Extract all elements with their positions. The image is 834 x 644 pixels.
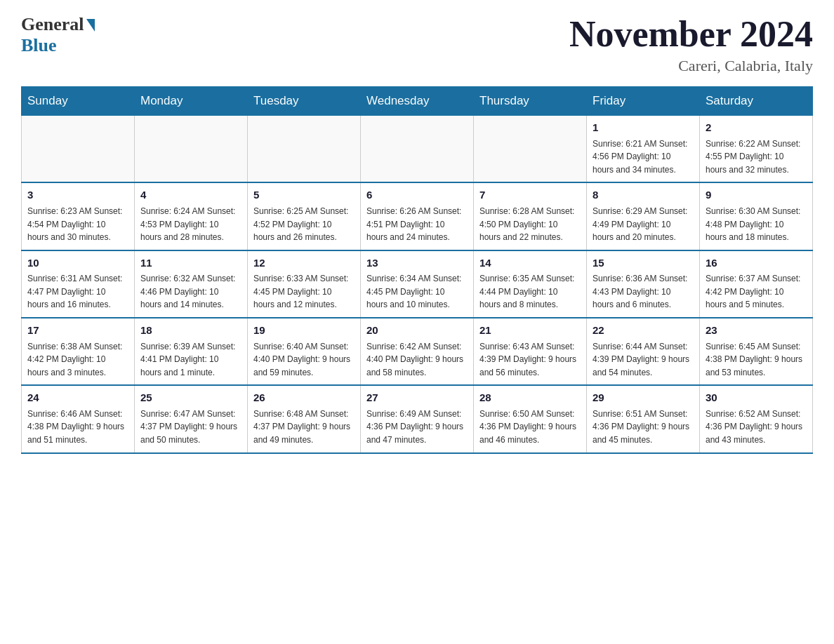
day-number: 5 (253, 187, 355, 203)
day-cell: 2Sunrise: 6:22 AM Sunset: 4:55 PM Daylig… (700, 116, 813, 183)
day-info: Sunrise: 6:48 AM Sunset: 4:37 PM Dayligh… (253, 408, 355, 447)
day-number: 9 (706, 187, 807, 203)
day-info: Sunrise: 6:46 AM Sunset: 4:38 PM Dayligh… (27, 408, 128, 447)
day-cell (248, 116, 361, 183)
day-number: 2 (706, 120, 807, 136)
day-info: Sunrise: 6:26 AM Sunset: 4:51 PM Dayligh… (366, 205, 468, 244)
day-cell: 22Sunrise: 6:44 AM Sunset: 4:39 PM Dayli… (587, 318, 700, 385)
logo-general-text: General (21, 14, 84, 35)
title-section: November 2024 Careri, Calabria, Italy (569, 14, 813, 75)
day-cell: 6Sunrise: 6:26 AM Sunset: 4:51 PM Daylig… (361, 182, 474, 250)
day-number: 25 (140, 390, 241, 406)
day-info: Sunrise: 6:32 AM Sunset: 4:46 PM Dayligh… (140, 272, 241, 311)
header-cell-saturday: Saturday (700, 87, 813, 116)
day-info: Sunrise: 6:52 AM Sunset: 4:36 PM Dayligh… (706, 408, 807, 447)
day-info: Sunrise: 6:38 AM Sunset: 4:42 PM Dayligh… (27, 340, 128, 380)
day-number: 4 (140, 187, 241, 203)
day-number: 7 (479, 187, 581, 203)
day-info: Sunrise: 6:35 AM Sunset: 4:44 PM Dayligh… (479, 272, 581, 311)
day-cell: 15Sunrise: 6:36 AM Sunset: 4:43 PM Dayli… (587, 250, 700, 318)
header-row: SundayMondayTuesdayWednesdayThursdayFrid… (22, 87, 813, 116)
day-number: 11 (140, 255, 241, 271)
day-number: 19 (253, 323, 355, 339)
day-cell: 19Sunrise: 6:40 AM Sunset: 4:40 PM Dayli… (248, 318, 361, 385)
week-row-3: 10Sunrise: 6:31 AM Sunset: 4:47 PM Dayli… (22, 250, 813, 318)
day-info: Sunrise: 6:36 AM Sunset: 4:43 PM Dayligh… (593, 272, 694, 311)
day-info: Sunrise: 6:42 AM Sunset: 4:40 PM Dayligh… (366, 340, 468, 380)
calendar-body: 1Sunrise: 6:21 AM Sunset: 4:56 PM Daylig… (22, 116, 813, 453)
day-cell: 16Sunrise: 6:37 AM Sunset: 4:42 PM Dayli… (700, 250, 813, 318)
logo: General Blue (21, 14, 95, 56)
header-cell-tuesday: Tuesday (248, 87, 361, 116)
day-number: 26 (253, 390, 355, 406)
day-cell: 23Sunrise: 6:45 AM Sunset: 4:38 PM Dayli… (700, 318, 813, 385)
day-number: 22 (593, 323, 694, 339)
week-row-5: 24Sunrise: 6:46 AM Sunset: 4:38 PM Dayli… (22, 385, 813, 452)
day-cell: 4Sunrise: 6:24 AM Sunset: 4:53 PM Daylig… (135, 182, 248, 250)
day-cell: 10Sunrise: 6:31 AM Sunset: 4:47 PM Dayli… (22, 250, 135, 318)
day-info: Sunrise: 6:40 AM Sunset: 4:40 PM Dayligh… (253, 340, 355, 380)
day-cell: 18Sunrise: 6:39 AM Sunset: 4:41 PM Dayli… (135, 318, 248, 385)
day-info: Sunrise: 6:28 AM Sunset: 4:50 PM Dayligh… (479, 205, 581, 244)
day-number: 28 (479, 390, 581, 406)
day-cell (361, 116, 474, 183)
day-cell: 21Sunrise: 6:43 AM Sunset: 4:39 PM Dayli… (474, 318, 587, 385)
month-title: November 2024 (569, 14, 813, 54)
day-info: Sunrise: 6:37 AM Sunset: 4:42 PM Dayligh… (706, 272, 807, 311)
day-number: 20 (366, 323, 468, 339)
day-info: Sunrise: 6:31 AM Sunset: 4:47 PM Dayligh… (27, 272, 128, 311)
week-row-2: 3Sunrise: 6:23 AM Sunset: 4:54 PM Daylig… (22, 182, 813, 250)
day-info: Sunrise: 6:49 AM Sunset: 4:36 PM Dayligh… (366, 408, 468, 447)
day-number: 10 (27, 255, 128, 271)
day-cell: 13Sunrise: 6:34 AM Sunset: 4:45 PM Dayli… (361, 250, 474, 318)
day-info: Sunrise: 6:21 AM Sunset: 4:56 PM Dayligh… (593, 137, 694, 177)
page-header: General Blue November 2024 Careri, Calab… (21, 14, 813, 75)
day-cell: 26Sunrise: 6:48 AM Sunset: 4:37 PM Dayli… (248, 385, 361, 452)
day-cell: 5Sunrise: 6:25 AM Sunset: 4:52 PM Daylig… (248, 182, 361, 250)
day-info: Sunrise: 6:51 AM Sunset: 4:36 PM Dayligh… (593, 408, 694, 447)
day-cell: 12Sunrise: 6:33 AM Sunset: 4:45 PM Dayli… (248, 250, 361, 318)
day-number: 15 (593, 255, 694, 271)
day-cell: 3Sunrise: 6:23 AM Sunset: 4:54 PM Daylig… (22, 182, 135, 250)
day-cell (474, 116, 587, 183)
day-cell (22, 116, 135, 183)
day-number: 27 (366, 390, 468, 406)
day-info: Sunrise: 6:44 AM Sunset: 4:39 PM Dayligh… (593, 340, 694, 380)
logo-arrow-icon (86, 19, 95, 32)
day-number: 23 (706, 323, 807, 339)
header-cell-sunday: Sunday (22, 87, 135, 116)
day-cell: 14Sunrise: 6:35 AM Sunset: 4:44 PM Dayli… (474, 250, 587, 318)
day-cell (135, 116, 248, 183)
day-number: 12 (253, 255, 355, 271)
day-number: 6 (366, 187, 468, 203)
day-info: Sunrise: 6:24 AM Sunset: 4:53 PM Dayligh… (140, 205, 241, 244)
day-cell: 30Sunrise: 6:52 AM Sunset: 4:36 PM Dayli… (700, 385, 813, 452)
day-number: 29 (593, 390, 694, 406)
day-info: Sunrise: 6:34 AM Sunset: 4:45 PM Dayligh… (366, 272, 468, 311)
logo-blue-text: Blue (21, 35, 95, 56)
day-cell: 29Sunrise: 6:51 AM Sunset: 4:36 PM Dayli… (587, 385, 700, 452)
location-subtitle: Careri, Calabria, Italy (569, 57, 813, 75)
day-info: Sunrise: 6:30 AM Sunset: 4:48 PM Dayligh… (706, 205, 807, 244)
day-number: 24 (27, 390, 128, 406)
day-number: 14 (479, 255, 581, 271)
header-cell-thursday: Thursday (474, 87, 587, 116)
day-number: 8 (593, 187, 694, 203)
day-info: Sunrise: 6:33 AM Sunset: 4:45 PM Dayligh… (253, 272, 355, 311)
day-info: Sunrise: 6:29 AM Sunset: 4:49 PM Dayligh… (593, 205, 694, 244)
calendar-header: SundayMondayTuesdayWednesdayThursdayFrid… (22, 87, 813, 116)
day-info: Sunrise: 6:22 AM Sunset: 4:55 PM Dayligh… (706, 137, 807, 177)
day-info: Sunrise: 6:43 AM Sunset: 4:39 PM Dayligh… (479, 340, 581, 380)
day-cell: 1Sunrise: 6:21 AM Sunset: 4:56 PM Daylig… (587, 116, 700, 183)
day-cell: 25Sunrise: 6:47 AM Sunset: 4:37 PM Dayli… (135, 385, 248, 452)
day-number: 3 (27, 187, 128, 203)
day-info: Sunrise: 6:47 AM Sunset: 4:37 PM Dayligh… (140, 408, 241, 447)
day-number: 18 (140, 323, 241, 339)
day-cell: 27Sunrise: 6:49 AM Sunset: 4:36 PM Dayli… (361, 385, 474, 452)
day-cell: 7Sunrise: 6:28 AM Sunset: 4:50 PM Daylig… (474, 182, 587, 250)
day-cell: 24Sunrise: 6:46 AM Sunset: 4:38 PM Dayli… (22, 385, 135, 452)
day-number: 30 (706, 390, 807, 406)
day-number: 17 (27, 323, 128, 339)
calendar-table: SundayMondayTuesdayWednesdayThursdayFrid… (21, 86, 813, 453)
day-info: Sunrise: 6:23 AM Sunset: 4:54 PM Dayligh… (27, 205, 128, 244)
